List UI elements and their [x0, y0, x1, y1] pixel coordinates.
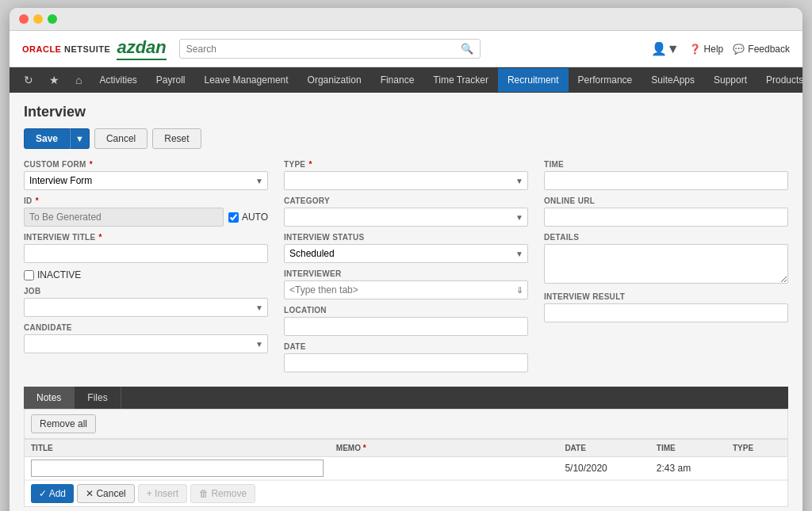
col-time: TIME — [650, 440, 726, 457]
interviewer-expand-icon: ⇓ — [516, 285, 523, 296]
interview-title-input[interactable] — [24, 244, 268, 263]
table-toolbar: Remove all — [25, 410, 787, 439]
location-input[interactable] — [284, 317, 528, 336]
feedback-button[interactable]: 💬 Feedback — [733, 44, 790, 55]
details-field: DETAILS — [544, 233, 788, 286]
nav-item-leave-management[interactable]: Leave Management — [195, 68, 298, 92]
tab-notes[interactable]: Notes — [24, 387, 75, 409]
favorites-icon[interactable]: ★ — [41, 67, 67, 93]
trash-icon: 🗑 — [199, 488, 209, 499]
interview-status-field: INTERVIEW STATUS Scheduled ▼ — [284, 233, 528, 263]
notes-table: TITLE MEMO * DATE TIME TYPE — [25, 439, 787, 480]
nav-item-suiteapps[interactable]: SuiteApps — [642, 68, 704, 92]
form-col-2: TYPE * ▼ CATEGORY ▼ — [284, 160, 528, 379]
table-header-row: TITLE MEMO * DATE TIME TYPE — [25, 440, 787, 457]
col-type: TYPE — [726, 440, 787, 457]
header-right: 👤▼ ❓ Help 💬 Feedback — [651, 41, 790, 56]
interview-result-input[interactable] — [544, 303, 788, 322]
oracle-netsuite-logo: ORACLE NETSUITE — [22, 44, 110, 55]
date-field: DATE — [284, 342, 528, 372]
inactive-checkbox[interactable] — [24, 270, 34, 280]
help-button[interactable]: ❓ Help — [689, 44, 724, 55]
azdan-logo: azdan — [117, 37, 166, 60]
custom-form-field: CUSTOM FORM * Interview Form ▼ — [24, 160, 268, 190]
nav-item-organization[interactable]: Organization — [298, 68, 371, 92]
content-area: Interview Save ▼ Cancel Reset CUSTOM FOR… — [10, 93, 802, 511]
app-header: ORACLE NETSUITE azdan 🔍 👤▼ ❓ Help 💬 Feed… — [10, 31, 802, 67]
logo-area: ORACLE NETSUITE azdan — [22, 37, 167, 60]
type-select[interactable] — [284, 171, 528, 190]
back-icon[interactable]: ↻ — [16, 67, 41, 93]
search-input[interactable] — [186, 44, 461, 55]
auto-checkbox[interactable] — [228, 212, 239, 223]
time-field: TIME — [544, 160, 788, 190]
reset-button[interactable]: Reset — [152, 128, 201, 149]
remove-all-button[interactable]: Remove all — [31, 414, 96, 433]
feedback-icon: 💬 — [733, 44, 745, 55]
cancel-button[interactable]: Cancel — [94, 128, 147, 149]
candidate-field: CANDIDATE ▼ — [24, 323, 268, 353]
location-field: LOCATION — [284, 306, 528, 336]
save-button[interactable]: Save — [24, 128, 70, 149]
nav-item-payroll[interactable]: Payroll — [147, 68, 195, 92]
online-url-input[interactable] — [544, 208, 788, 227]
col-memo: MEMO * — [330, 440, 559, 457]
help-icon: ❓ — [689, 44, 701, 55]
maximize-button[interactable] — [48, 14, 57, 24]
add-note-button[interactable]: ✓ Add — [31, 484, 74, 503]
nav-item-performance[interactable]: Performance — [569, 68, 642, 92]
form-grid: CUSTOM FORM * Interview Form ▼ ID * — [24, 160, 788, 379]
col-date: DATE — [558, 440, 649, 457]
search-icon: 🔍 — [461, 43, 473, 55]
nav-item-recruitment[interactable]: Recruitment — [498, 68, 569, 92]
candidate-select[interactable] — [24, 334, 268, 353]
home-icon[interactable]: ⌂ — [67, 67, 90, 93]
x-icon: ✕ — [86, 488, 94, 499]
id-input[interactable] — [24, 208, 224, 227]
save-group: Save ▼ — [24, 128, 90, 149]
cancel-note-button[interactable]: ✕ Cancel — [77, 484, 135, 503]
inactive-field: INACTIVE — [24, 269, 268, 280]
id-field: ID * AUTO — [24, 196, 268, 227]
form-col-1: CUSTOM FORM * Interview Form ▼ ID * — [24, 160, 268, 379]
note-date-cell: 5/10/2020 — [558, 457, 649, 480]
page-title: Interview — [24, 104, 788, 120]
remove-note-button[interactable]: 🗑 Remove — [190, 484, 255, 503]
time-input[interactable] — [544, 171, 788, 190]
nav-item-support[interactable]: Support — [704, 68, 756, 92]
tab-files[interactable]: Files — [75, 387, 121, 409]
online-url-field: ONLINE URL — [544, 196, 788, 227]
form-col-3: TIME ONLINE URL DETAILS INTERVIEW RESULT — [544, 160, 788, 379]
nav-item-activities[interactable]: Activities — [90, 68, 146, 92]
interviewer-input[interactable] — [284, 280, 528, 299]
checkmark-icon: ✓ — [39, 488, 47, 499]
top-toolbar: Save ▼ Cancel Reset — [24, 128, 788, 149]
notes-table-section: Remove all TITLE MEMO * DATE TIME TYPE — [24, 409, 788, 507]
tab-header: Notes Files — [24, 387, 788, 409]
nav-item-products[interactable]: Products — [756, 68, 802, 92]
details-textarea[interactable] — [544, 244, 788, 284]
col-title: TITLE — [25, 440, 330, 457]
job-select[interactable] — [24, 298, 268, 317]
date-input[interactable] — [284, 353, 528, 372]
search-box[interactable]: 🔍 — [179, 39, 481, 59]
category-field: CATEGORY ▼ — [284, 196, 528, 227]
interview-result-field: INTERVIEW RESULT — [544, 292, 788, 322]
user-menu-icon[interactable]: 👤▼ — [651, 41, 680, 56]
titlebar — [10, 8, 802, 31]
minimize-button[interactable] — [33, 14, 43, 24]
save-dropdown-button[interactable]: ▼ — [70, 128, 90, 149]
interviewer-field: INTERVIEWER ⇓ — [284, 269, 528, 299]
interview-status-select[interactable]: Scheduled — [284, 244, 528, 263]
close-button[interactable] — [19, 14, 29, 24]
custom-form-select[interactable]: Interview Form — [24, 171, 268, 190]
job-field: JOB ▼ — [24, 287, 268, 317]
nav-item-finance[interactable]: Finance — [371, 68, 424, 92]
nav-item-time-tracker[interactable]: Time Tracker — [423, 68, 498, 92]
note-title-input[interactable] — [31, 460, 324, 477]
category-select[interactable] — [284, 208, 528, 227]
nav-bar: ↻ ★ ⌂ Activities Payroll Leave Managemen… — [10, 67, 802, 93]
insert-note-button[interactable]: + Insert — [138, 484, 187, 503]
interview-title-field: INTERVIEW TITLE * — [24, 233, 268, 263]
note-time-cell: 2:43 am — [650, 457, 726, 480]
